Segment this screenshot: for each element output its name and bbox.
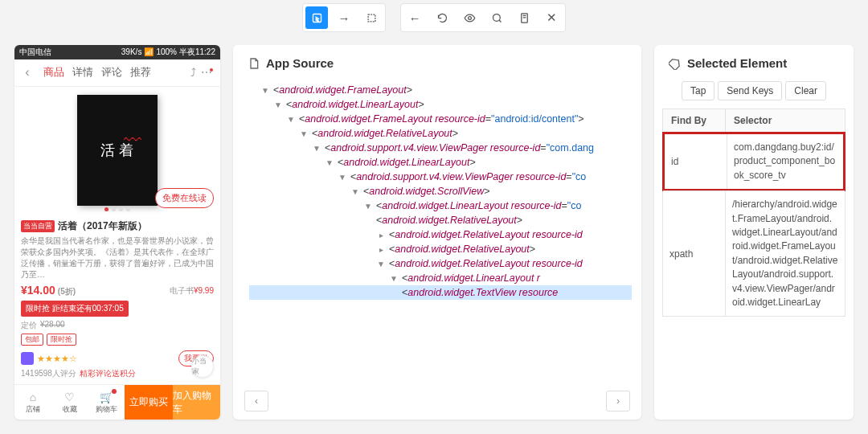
signal-icon: 📶 xyxy=(144,47,154,56)
swipe-button[interactable]: → xyxy=(333,6,355,29)
tree-next-button[interactable]: › xyxy=(606,391,630,411)
reviewer-avatar xyxy=(21,352,34,365)
svg-point-2 xyxy=(468,16,471,19)
cart-icon: 🛒 xyxy=(100,391,113,403)
net-speed: 39K/s xyxy=(121,47,142,56)
product-desc: 余华是我国当代著名作家，也是享誉世界的小说家，曾荣获众多国内外奖项。《活着》是其… xyxy=(21,235,214,280)
bb-shop[interactable]: ⌂店铺 xyxy=(14,385,51,420)
bb-cart-icon[interactable]: 🛒购物车 xyxy=(88,385,125,420)
top-toolbar: → ← ✕ xyxy=(0,0,868,35)
pager-dots xyxy=(104,207,130,211)
clear-button[interactable]: Clear xyxy=(785,81,826,100)
selector-row-id[interactable]: id com.dangdang.buy2:id/product_componen… xyxy=(662,132,845,191)
selector-table: Find By Selector id com.dangdang.buy2:id… xyxy=(662,108,845,317)
tab-detail[interactable]: 详情 xyxy=(72,65,93,80)
caret-icon[interactable]: ▼ xyxy=(260,86,270,95)
svg-rect-1 xyxy=(368,14,375,22)
col-findby: Find By xyxy=(663,109,726,132)
selector-table-header: Find By Selector xyxy=(663,109,845,133)
promo-countdown: 限时抢 距结束还有00:37:05 xyxy=(21,301,129,317)
phone-navbar: ‹ 商品 详情 评论 推荐 ⤴ ⋯ xyxy=(14,59,220,87)
svg-point-3 xyxy=(493,14,500,21)
review-count: 1419598人评分 xyxy=(21,368,76,379)
share-icon[interactable]: ⤴ xyxy=(190,66,196,79)
select-mode-button[interactable] xyxy=(305,6,328,29)
product-price: ¥14.00(5折) xyxy=(21,284,76,297)
app-source-title: App Source xyxy=(233,45,641,78)
promo-tags: 包邮 限时抢 xyxy=(21,334,214,346)
product-info: 当当自营 活着（2017年新版） 余华是我国当代著名作家，也是享誉世界的小说家，… xyxy=(14,215,220,384)
refresh-button[interactable] xyxy=(431,6,453,29)
eye-button[interactable] xyxy=(458,6,481,29)
flame-icon: 〰 xyxy=(124,130,141,151)
tree-prev-button[interactable]: ‹ xyxy=(244,391,268,411)
phone-back-icon[interactable]: ‹ xyxy=(19,65,35,80)
add-to-cart-button[interactable]: 加入购物车 xyxy=(173,385,220,420)
close-button[interactable]: ✕ xyxy=(540,6,563,29)
tool-group-1: → xyxy=(302,3,386,32)
review-bonus-link[interactable]: 精彩评论送积分 xyxy=(80,368,136,379)
selector-row-xpath[interactable]: xpath /hierarchy/android.widget.FrameLay… xyxy=(663,191,845,316)
self-operated-badge: 当当自营 xyxy=(21,220,55,232)
tree-nav: ‹ › xyxy=(244,391,630,411)
tap-button[interactable]: Tap xyxy=(682,81,714,100)
buy-now-button[interactable]: 立即购买 xyxy=(125,385,172,420)
shop-icon: ⌂ xyxy=(30,391,36,403)
document-icon xyxy=(248,57,260,70)
more-icon[interactable]: ⋯ xyxy=(201,66,215,79)
book-cover: 活 着 〰 xyxy=(77,95,158,206)
app-source-panel: App Source ▼<android.widget.FrameLayout>… xyxy=(233,45,641,420)
tag-flash: 限时抢 xyxy=(47,334,76,346)
carrier-label: 中国电信 xyxy=(19,47,51,58)
device-screenshot-panel: 中国电信 39K/s 📶 100% 半夜11:22 ‹ 商品 详情 评论 推荐 … xyxy=(14,45,220,420)
assistant-fab[interactable]: 小当家 xyxy=(191,355,214,378)
tab-recommend[interactable]: 推荐 xyxy=(130,65,151,80)
original-price: 定价 ¥28.00 xyxy=(21,320,214,331)
tool-group-2: ← ✕ xyxy=(400,3,566,32)
selected-element-panel: Selected Element Tap Send Keys Clear Fin… xyxy=(654,45,854,420)
xml-tree[interactable]: ▼<android.widget.FrameLayout> ▼<android.… xyxy=(233,78,641,420)
main-area: 中国电信 39K/s 📶 100% 半夜11:22 ‹ 商品 详情 评论 推荐 … xyxy=(0,35,868,434)
tab-product[interactable]: 商品 xyxy=(43,65,64,80)
back-button[interactable]: ← xyxy=(403,6,426,29)
phone-statusbar: 中国电信 39K/s 📶 100% 半夜11:22 xyxy=(14,45,220,59)
book-cover-area[interactable]: 活 着 〰 免费在线读 xyxy=(14,87,220,215)
tag-icon xyxy=(669,57,682,70)
star-icons: ★★★★☆ xyxy=(37,354,77,364)
ebook-price[interactable]: 电子书¥9.99 xyxy=(170,285,214,297)
send-keys-button[interactable]: Send Keys xyxy=(718,81,782,100)
tab-reviews[interactable]: 评论 xyxy=(101,65,122,80)
tag-free-ship: 包邮 xyxy=(21,334,43,346)
bounds-button[interactable] xyxy=(360,6,383,29)
time-label: 半夜11:22 xyxy=(179,47,215,58)
phone-tabs: 商品 详情 评论 推荐 xyxy=(39,65,187,80)
product-title: 活着（2017年新版） xyxy=(58,219,147,233)
copy-xml-button[interactable] xyxy=(513,6,535,29)
bottom-action-bar: ⌂店铺 ♡收藏 🛒购物车 立即购买 加入购物车 xyxy=(14,384,220,420)
battery-label: 100% xyxy=(156,47,177,56)
bb-fav[interactable]: ♡收藏 xyxy=(51,385,88,420)
search-button[interactable] xyxy=(485,6,508,29)
col-selector: Selector xyxy=(726,109,845,132)
selected-element-title: Selected Element xyxy=(654,45,854,78)
review-count-row[interactable]: 1419598人评分 精彩评论送积分 xyxy=(21,368,214,379)
element-actions: Tap Send Keys Clear xyxy=(654,78,854,108)
selected-tree-node[interactable]: <android.widget.TextView resource xyxy=(249,285,632,300)
heart-icon: ♡ xyxy=(64,391,75,403)
free-read-button[interactable]: 免费在线读 xyxy=(155,188,214,208)
ratings-row[interactable]: ★★★★☆ 我要拼 xyxy=(21,350,214,366)
